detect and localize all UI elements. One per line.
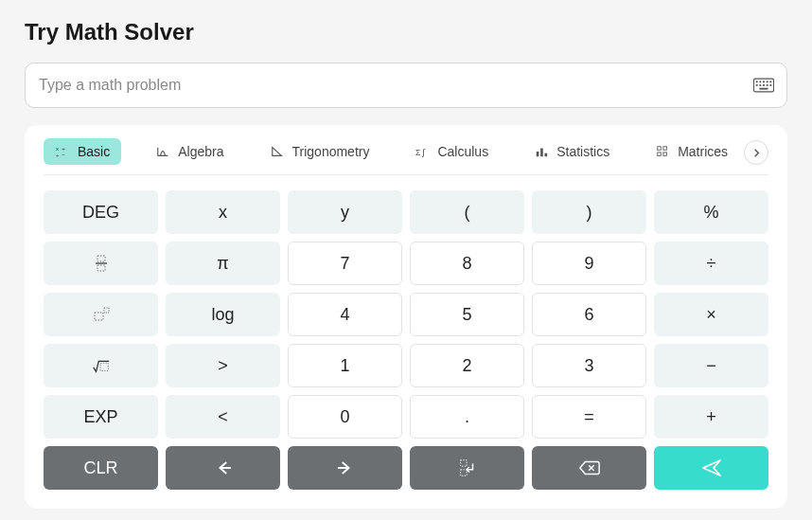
key-0[interactable]: 0: [288, 395, 402, 439]
key-backspace[interactable]: [532, 446, 646, 490]
key-6[interactable]: 6: [532, 293, 646, 336]
category-tabs: x+÷− Basic Algebra Trigonometry Σ∫ Calcu…: [44, 138, 768, 175]
tab-statistics[interactable]: Statistics: [522, 138, 621, 165]
svg-rect-10: [769, 84, 771, 86]
svg-rect-4: [767, 81, 768, 82]
matrices-icon: [655, 144, 670, 159]
svg-rect-21: [658, 147, 662, 151]
svg-text:−: −: [62, 152, 65, 158]
page-title: Try Math Solver: [25, 19, 787, 45]
key-less[interactable]: <: [166, 395, 280, 439]
key-sqrt[interactable]: [44, 344, 158, 387]
key-deg[interactable]: DEG: [44, 190, 158, 234]
svg-rect-19: [540, 149, 543, 157]
svg-rect-37: [460, 470, 466, 475]
tab-calculus[interactable]: Σ∫ Calculus: [403, 138, 500, 165]
key-4[interactable]: 4: [288, 293, 402, 336]
svg-rect-1: [756, 81, 758, 82]
calculus-icon: Σ∫: [415, 144, 430, 159]
keypad-panel: x+÷− Basic Algebra Trigonometry Σ∫ Calcu…: [25, 125, 787, 509]
svg-rect-20: [545, 153, 548, 157]
svg-rect-32: [97, 265, 105, 271]
svg-rect-11: [759, 88, 768, 90]
key-x[interactable]: x: [166, 190, 280, 234]
tab-label: Matrices: [678, 144, 728, 159]
tab-trigonometry[interactable]: Trigonometry: [258, 138, 381, 165]
svg-rect-7: [759, 84, 761, 86]
svg-rect-18: [537, 152, 539, 156]
key-5[interactable]: 5: [410, 293, 524, 336]
svg-rect-3: [763, 81, 765, 82]
svg-rect-22: [663, 147, 667, 151]
svg-rect-34: [104, 308, 109, 313]
key-paren-close[interactable]: ): [532, 190, 646, 234]
tab-label: Algebra: [178, 144, 223, 159]
key-multiply[interactable]: ×: [654, 293, 768, 336]
key-pi[interactable]: π: [166, 242, 280, 285]
key-paren-open[interactable]: (: [410, 190, 524, 234]
tab-label: Trigonometry: [292, 144, 370, 159]
key-8[interactable]: 8: [410, 242, 524, 285]
key-dot[interactable]: .: [410, 395, 524, 439]
key-minus[interactable]: −: [654, 344, 768, 387]
tabs-scroll-right[interactable]: [744, 140, 768, 165]
tab-label: Basic: [78, 144, 110, 159]
key-3[interactable]: 3: [532, 344, 646, 387]
key-clear[interactable]: CLR: [44, 446, 158, 490]
svg-rect-6: [756, 84, 758, 86]
svg-text:x: x: [56, 145, 59, 152]
tab-basic[interactable]: x+÷− Basic: [44, 138, 121, 165]
math-input[interactable]: [25, 63, 787, 108]
svg-rect-33: [95, 313, 103, 320]
statistics-icon: [534, 144, 549, 159]
algebra-icon: [155, 144, 170, 159]
key-fraction[interactable]: [44, 242, 158, 285]
svg-text:+: +: [62, 145, 65, 152]
key-7[interactable]: 7: [288, 242, 402, 285]
tab-algebra[interactable]: Algebra: [144, 138, 235, 165]
tab-label: Calculus: [437, 144, 488, 159]
svg-rect-5: [769, 81, 771, 82]
svg-rect-24: [663, 152, 667, 156]
svg-rect-9: [767, 84, 768, 86]
key-y[interactable]: y: [288, 190, 402, 234]
key-equals[interactable]: =: [532, 395, 646, 439]
keyboard-icon[interactable]: [753, 78, 774, 93]
key-arrow-right[interactable]: [288, 446, 402, 490]
svg-rect-2: [759, 81, 761, 82]
key-1[interactable]: 1: [288, 344, 402, 387]
key-submit[interactable]: [654, 446, 768, 490]
key-9[interactable]: 9: [532, 242, 646, 285]
key-greater[interactable]: >: [166, 344, 280, 387]
key-plus[interactable]: +: [654, 395, 768, 439]
key-divide[interactable]: ÷: [654, 242, 768, 285]
key-percent[interactable]: %: [654, 190, 768, 234]
key-newline[interactable]: [410, 446, 524, 490]
svg-text:÷: ÷: [56, 152, 60, 158]
svg-text:Σ: Σ: [415, 148, 421, 157]
basic-icon: x+÷−: [55, 144, 70, 159]
key-exponent[interactable]: [44, 293, 158, 336]
tab-matrices[interactable]: Matrices: [644, 138, 739, 165]
svg-rect-36: [460, 460, 466, 466]
svg-rect-35: [100, 363, 108, 370]
svg-rect-8: [763, 84, 765, 86]
key-exp[interactable]: EXP: [44, 395, 158, 439]
svg-rect-30: [97, 256, 105, 261]
trigonometry-icon: [270, 144, 285, 159]
key-arrow-left[interactable]: [166, 446, 280, 490]
svg-text:∫: ∫: [421, 147, 426, 157]
keypad-grid: DEG x y ( ) % π 7 8 9 ÷ log 4 5 6 × > 1 …: [44, 190, 768, 490]
input-container: [25, 63, 787, 108]
tab-label: Statistics: [556, 144, 609, 159]
key-log[interactable]: log: [166, 293, 280, 336]
key-2[interactable]: 2: [410, 344, 524, 387]
svg-rect-23: [658, 152, 662, 156]
